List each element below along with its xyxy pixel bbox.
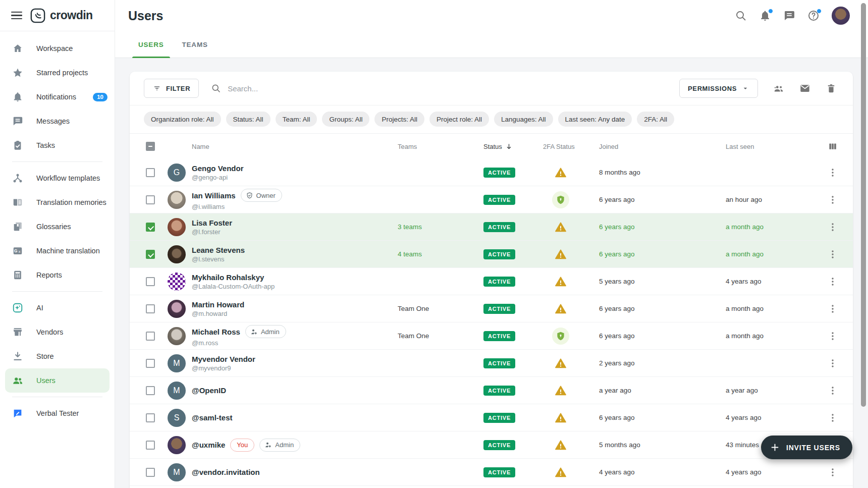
permissions-button[interactable]: PERMISSIONS	[679, 79, 758, 98]
row-checkbox[interactable]	[146, 223, 155, 232]
table-row[interactable]: Michael RossAdmin@m.rossTeam OneACTIVE6 …	[130, 322, 853, 350]
row-checkbox[interactable]	[146, 250, 155, 259]
messages-icon[interactable]	[783, 10, 795, 22]
sidebar-item-store[interactable]: Store	[0, 344, 115, 368]
sidebar-item-verbal-tester[interactable]: Verbal Tester	[0, 401, 115, 425]
row-checkbox[interactable]	[146, 304, 155, 313]
add-to-team-icon[interactable]	[773, 83, 784, 94]
column-header-name[interactable]: Name	[192, 143, 398, 150]
search-icon[interactable]	[735, 10, 747, 22]
column-settings-icon[interactable]	[828, 141, 838, 151]
sidebar-item-vendors[interactable]: Vendors	[0, 320, 115, 344]
row-checkbox[interactable]	[146, 413, 155, 422]
sidebar-item-workspace[interactable]: Workspace	[0, 36, 115, 61]
table-row[interactable]: GGengo Vendor@gengo-apiACTIVE8 months ag…	[130, 159, 853, 186]
row-checkbox[interactable]	[146, 386, 155, 395]
table-row[interactable]: Leane Stevens@l.stevens4 teamsACTIVE6 ye…	[130, 241, 853, 268]
delete-icon[interactable]	[826, 83, 837, 94]
filter-chip-languages[interactable]: Languages: All	[494, 112, 553, 127]
column-header-joined[interactable]: Joined	[578, 143, 726, 150]
column-header-status[interactable]: Status	[483, 143, 543, 150]
column-header-teams[interactable]: Teams	[398, 143, 483, 150]
row-menu-icon[interactable]	[827, 357, 839, 369]
user-avatar[interactable]	[832, 7, 850, 25]
menu-icon[interactable]	[11, 12, 22, 20]
help-icon[interactable]	[807, 10, 820, 22]
table-row[interactable]: @uxmikeYouAdminACTIVE5 months ago43 minu…	[130, 431, 853, 459]
table-row[interactable]: Lisa Foster@l.forster3 teamsACTIVE6 year…	[130, 213, 853, 241]
teams-cell[interactable]: 3 teams	[398, 223, 483, 231]
table-row[interactable]: Martin Howard@m.howardTeam OneACTIVE6 ye…	[130, 295, 853, 322]
row-checkbox[interactable]	[146, 168, 155, 177]
user-name[interactable]: Gengo Vendor	[192, 164, 244, 173]
sidebar-item-ai[interactable]: AI	[0, 296, 115, 320]
sidebar-item-glossaries[interactable]: Glossaries	[0, 214, 115, 239]
sidebar-item-translation-memories[interactable]: Translation memories	[0, 190, 115, 214]
user-name[interactable]: @saml-test	[192, 413, 233, 422]
row-menu-icon[interactable]	[827, 276, 839, 288]
filter-chip-projects[interactable]: Projects: All	[374, 112, 424, 127]
user-name[interactable]: Leane Stevens	[192, 246, 245, 254]
user-name[interactable]: Ian Williams	[192, 191, 236, 200]
invite-users-button[interactable]: INVITE USERS	[761, 436, 852, 459]
filter-chip-groups[interactable]: Groups: All	[322, 112, 369, 127]
filter-chip-status[interactable]: Status: All	[226, 112, 270, 127]
table-row[interactable]: S@saml-testACTIVE6 years ago4 years ago	[130, 404, 853, 431]
row-menu-icon[interactable]	[827, 412, 839, 424]
teams-cell[interactable]: Team One	[398, 332, 483, 340]
table-row[interactable]: Ian WilliamsOwner@i.williamsACTIVE6 year…	[130, 186, 853, 213]
vertical-scrollbar[interactable]	[861, 3, 866, 407]
table-row[interactable]: MMyvendor Vendor@myvendor9ACTIVE2 years …	[130, 350, 853, 377]
row-checkbox[interactable]	[146, 332, 155, 341]
tab-users[interactable]: USERS	[132, 31, 170, 58]
user-name[interactable]: Mykhailo Rohalskyy	[192, 273, 264, 282]
sidebar-item-messages[interactable]: Messages	[0, 109, 115, 133]
user-name[interactable]: Lisa Foster	[192, 219, 232, 227]
sidebar-item-tasks[interactable]: Tasks	[0, 133, 115, 157]
crowdin-logo[interactable]: crowdin	[30, 8, 93, 23]
table-row[interactable]: Mykhailo Rohalskyy@Lalala-Custom-OAuth-a…	[130, 268, 853, 295]
filter-button[interactable]: FILTER	[144, 79, 199, 98]
filter-chip-team[interactable]: Team: All	[276, 112, 317, 127]
filter-chip-last-seen[interactable]: Last seen: Any date	[558, 112, 632, 127]
row-menu-icon[interactable]	[827, 221, 839, 233]
email-icon[interactable]	[799, 83, 810, 94]
sidebar-item-users[interactable]: Users	[5, 368, 110, 393]
row-menu-icon[interactable]	[827, 330, 839, 342]
row-checkbox[interactable]	[146, 195, 155, 204]
row-menu-icon[interactable]	[827, 248, 839, 260]
table-row[interactable]: M@vendor.invitationACTIVE4 years ago4 ye…	[130, 459, 853, 486]
filter-chip-2fa[interactable]: 2FA: All	[637, 112, 674, 127]
filter-chip-organization-role[interactable]: Organization role: All	[144, 112, 221, 127]
row-checkbox[interactable]	[146, 468, 155, 477]
row-menu-icon[interactable]	[827, 466, 839, 478]
tab-teams[interactable]: TEAMS	[176, 31, 214, 58]
notifications-icon[interactable]	[759, 10, 771, 22]
filter-chip-project-role[interactable]: Project role: All	[429, 112, 489, 127]
teams-cell[interactable]: Team One	[398, 305, 483, 312]
row-checkbox[interactable]	[146, 441, 155, 450]
row-checkbox[interactable]	[146, 277, 155, 286]
row-checkbox[interactable]	[146, 359, 155, 368]
user-name[interactable]: @vendor.invitation	[192, 468, 260, 476]
teams-cell[interactable]: 4 teams	[398, 250, 483, 258]
column-header-last-seen[interactable]: Last seen	[726, 143, 822, 150]
search-input[interactable]	[228, 84, 440, 93]
column-header-2fa[interactable]: 2FA Status	[543, 143, 578, 150]
sidebar-item-starred-projects[interactable]: Starred projects	[0, 61, 115, 85]
sidebar-item-machine-translation[interactable]: GxMachine translation	[0, 239, 115, 263]
user-name[interactable]: Myvendor Vendor	[192, 355, 255, 363]
sidebar-item-notifications[interactable]: Notifications10	[0, 85, 115, 109]
user-name[interactable]: @uxmike	[192, 441, 225, 449]
user-name[interactable]: Martin Howard	[192, 300, 244, 309]
row-menu-icon[interactable]	[827, 303, 839, 315]
row-menu-icon[interactable]	[827, 385, 839, 397]
user-name[interactable]: @OpenID	[192, 386, 226, 395]
table-row[interactable]: M@OpenIDACTIVEa year agoa year ago	[130, 377, 853, 404]
select-all-checkbox[interactable]	[146, 142, 155, 151]
row-menu-icon[interactable]	[827, 194, 839, 206]
row-menu-icon[interactable]	[827, 167, 839, 179]
sidebar-item-workflow-templates[interactable]: Workflow templates	[0, 166, 115, 190]
sidebar-item-reports[interactable]: Reports	[0, 263, 115, 287]
user-name[interactable]: Michael Ross	[192, 328, 240, 336]
